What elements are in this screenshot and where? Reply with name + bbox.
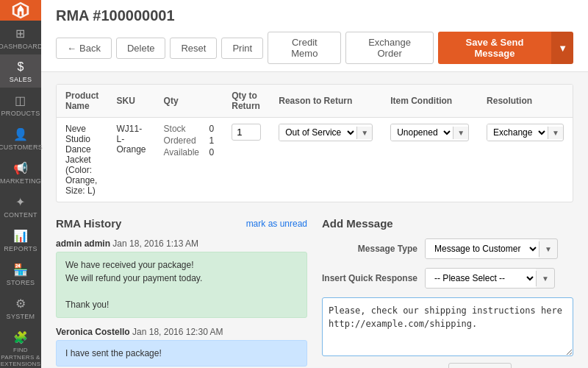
sidebar-item-label: Customers	[0, 144, 43, 151]
message-textarea[interactable]: Please, check our shipping instructions …	[322, 297, 573, 356]
condition-select-wrapper: Unopened ▼	[390, 124, 469, 141]
choose-file-button[interactable]: Choose File	[448, 363, 512, 368]
sidebar-item-system[interactable]: ⚙ System	[0, 291, 41, 325]
page-title: RMA #100000001	[56, 7, 573, 24]
sidebar-item-marketing[interactable]: 📢 Marketing	[0, 155, 41, 189]
resolution-select[interactable]: Exchange	[487, 124, 548, 141]
products-icon: ◫	[15, 93, 26, 107]
condition-dropdown-btn[interactable]: ▼	[453, 127, 468, 139]
rma-history-title: RMA History	[56, 217, 121, 230]
reset-button[interactable]: Reset	[170, 38, 217, 59]
back-label: Back	[79, 43, 101, 54]
message-bubble-0: We have received your package! We will r…	[56, 252, 307, 318]
resolution-cell: Exchange ▼	[478, 118, 573, 202]
sidebar-logo	[0, 0, 41, 21]
mark-unread-link[interactable]: mark as unread	[246, 219, 307, 229]
qty-return-cell	[223, 118, 270, 202]
message-type-label: Message Type	[322, 244, 417, 254]
sidebar-item-customers[interactable]: 👤 Customers	[0, 121, 41, 155]
credit-memo-button[interactable]: Credit Memo	[268, 32, 341, 64]
sidebar-item-label: Products	[1, 110, 40, 117]
quick-response-label: Insert Quick Response	[322, 273, 417, 283]
resolution-select-wrapper: Exchange ▼	[487, 124, 564, 141]
qty-stock-val: 0	[209, 124, 215, 134]
message-type-select[interactable]: Message to Customer	[426, 239, 539, 258]
toolbar: ← Back Delete Reset Print Credit Memo Ex…	[56, 32, 573, 64]
message-bubble-1: I have sent the package!	[56, 340, 307, 367]
save-send-button[interactable]: Save & Send Message	[438, 32, 551, 64]
sidebar-item-label: Stores	[7, 279, 35, 286]
message-meta-1: Veronica Costello Jan 18, 2016 12:30 AM	[56, 327, 307, 337]
sidebar-item-label: Reports	[4, 245, 37, 252]
message-type-control: Message to Customer ▼	[425, 238, 558, 259]
qty-available-val: 0	[209, 147, 215, 158]
col-condition: Item Condition	[381, 85, 478, 118]
sidebar-item-content[interactable]: ✦ Content	[0, 189, 41, 223]
file-upload-row: Choose File No file chosen	[322, 363, 573, 368]
extensions-icon: 🧩	[13, 330, 28, 344]
message-entry-0: admin admin Jan 18, 2016 1:13 AM We have…	[56, 238, 307, 318]
qty-return-input[interactable]	[232, 124, 261, 141]
sidebar-item-find[interactable]: 🧩 Find Partners & Extensions	[0, 325, 41, 368]
sidebar-item-stores[interactable]: 🏪 Stores	[0, 257, 41, 291]
col-sku: SKU	[107, 85, 154, 118]
sku-cell: WJ11-L-Orange	[107, 118, 154, 202]
quick-response-row: Insert Quick Response -- Please Select -…	[322, 268, 573, 289]
message-date-1: Jan 18, 2016 12:30 AM	[132, 327, 223, 337]
save-send-group: Save & Send Message ▼	[438, 32, 573, 64]
qty-available-label: Available	[164, 147, 205, 158]
message-type-row: Message Type Message to Customer ▼	[322, 238, 573, 259]
sidebar-item-products[interactable]: ◫ Products	[0, 88, 41, 121]
delete-button[interactable]: Delete	[116, 38, 166, 59]
product-name-cell: Neve Studio Dance Jacket (Color: Orange,…	[57, 118, 107, 202]
rma-history-header: RMA History mark as unread	[56, 217, 307, 230]
save-send-dropdown-button[interactable]: ▼	[551, 32, 573, 64]
col-qty: Qty	[155, 85, 223, 118]
sidebar-item-dashboard[interactable]: ⊞ Dashboard	[0, 21, 41, 54]
qty-cell: Stock 0 Ordered 1 Available 0	[155, 118, 223, 202]
col-qty-return: Qty to Return	[223, 85, 270, 118]
dashboard-icon: ⊞	[15, 26, 25, 40]
sidebar-item-label: Marketing	[0, 177, 41, 185]
condition-select[interactable]: Unopened	[391, 124, 453, 141]
message-author-1: Veronica Costello	[56, 327, 130, 337]
col-product-name: Product Name	[57, 85, 107, 118]
add-message-title: Add Message	[322, 217, 393, 230]
message-type-dropdown-btn[interactable]: ▼	[539, 241, 557, 257]
system-icon: ⚙	[15, 297, 26, 311]
quick-response-dropdown-btn[interactable]: ▼	[536, 271, 554, 286]
reason-dropdown-btn[interactable]: ▼	[356, 127, 372, 139]
sidebar-item-label: Find Partners & Extensions	[1, 347, 41, 368]
reason-select[interactable]: Out of Service	[279, 124, 356, 141]
message-entry-1: Veronica Costello Jan 18, 2016 12:30 AM …	[56, 327, 307, 367]
back-button[interactable]: ← Back	[56, 38, 112, 59]
sidebar: ⊞ Dashboard $ Sales ◫ Products 👤 Custome…	[0, 0, 41, 368]
customers-icon: 👤	[13, 127, 28, 141]
message-meta-0: admin admin Jan 18, 2016 1:13 AM	[56, 238, 307, 249]
add-message-header: Add Message	[322, 217, 573, 230]
qty-ordered-label: Ordered	[164, 135, 205, 146]
reports-icon: 📊	[13, 229, 28, 243]
marketing-icon: 📢	[13, 161, 28, 175]
resolution-dropdown-btn[interactable]: ▼	[548, 127, 563, 139]
col-resolution: Resolution	[478, 85, 573, 118]
content-icon: ✦	[15, 195, 25, 209]
qty-ordered-val: 1	[209, 135, 215, 146]
quick-response-select[interactable]: -- Please Select --	[426, 269, 536, 288]
condition-cell: Unopened ▼	[381, 118, 478, 202]
sidebar-item-reports[interactable]: 📊 Reports	[0, 223, 41, 257]
reason-cell: Out of Service ▼	[270, 118, 381, 202]
sidebar-item-sales[interactable]: $ Sales	[0, 54, 41, 88]
print-button[interactable]: Print	[221, 38, 263, 59]
stores-icon: 🏪	[13, 263, 28, 277]
quick-response-control: -- Please Select -- ▼	[425, 268, 555, 289]
back-arrow-icon: ←	[67, 43, 76, 54]
rma-history-panel: RMA History mark as unread admin admin J…	[56, 217, 307, 368]
sidebar-item-label: System	[7, 313, 35, 320]
bottom-section: RMA History mark as unread admin admin J…	[56, 217, 573, 368]
sidebar-item-label: Sales	[10, 76, 32, 83]
col-reason: Reason to Return	[270, 85, 381, 118]
add-message-panel: Add Message Message Type Message to Cust…	[322, 217, 573, 368]
products-table: Product Name SKU Qty Qty to Return Reaso…	[56, 84, 573, 202]
exchange-order-button[interactable]: Exchange Order	[345, 32, 433, 64]
